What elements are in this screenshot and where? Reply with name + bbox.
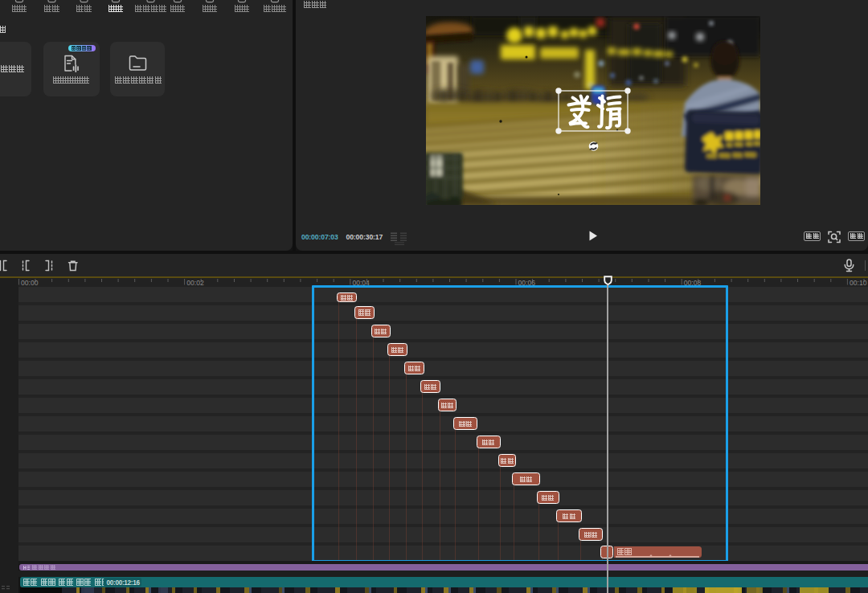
svg-text:00:10: 00:10	[850, 279, 867, 287]
svg-text:00:02: 00:02	[186, 279, 204, 287]
svg-text:00:00: 00:00	[21, 279, 39, 287]
